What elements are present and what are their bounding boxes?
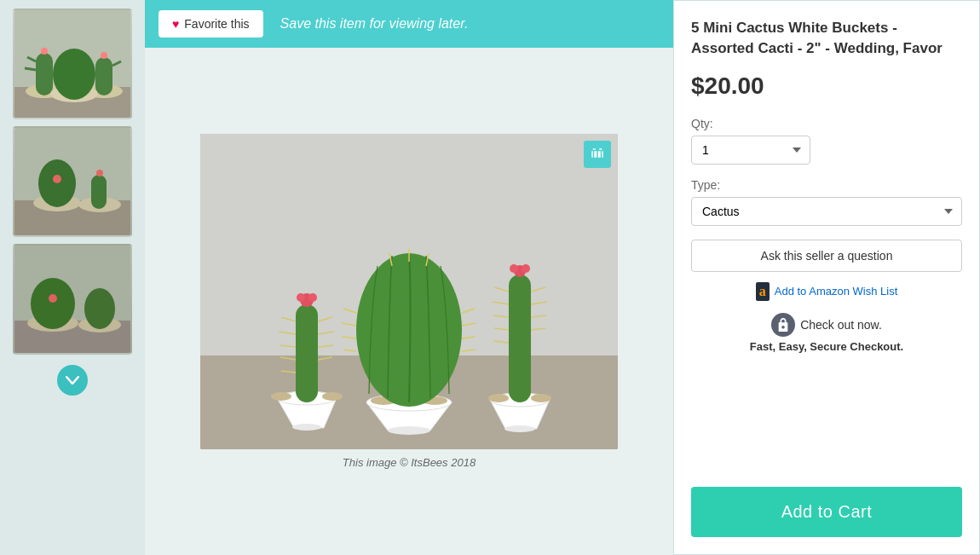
- svg-rect-35: [296, 304, 318, 402]
- binoculars-icon[interactable]: [584, 141, 611, 168]
- svg-rect-8: [95, 57, 112, 95]
- svg-point-79: [510, 264, 518, 273]
- favorite-label: Favorite this: [184, 17, 249, 31]
- svg-point-47: [308, 293, 317, 302]
- scroll-down-button[interactable]: [57, 365, 88, 396]
- svg-point-49: [388, 426, 430, 435]
- favorite-banner: ♥ Favorite this Save this item for viewi…: [145, 0, 673, 48]
- qty-select[interactable]: 12345678910: [691, 136, 810, 165]
- lock-badge-icon: [771, 313, 795, 337]
- secure-checkout-row: Check out now.: [771, 313, 882, 337]
- amazon-wishlist-link[interactable]: a Add to Amazon Wish List: [691, 282, 962, 301]
- svg-rect-18: [91, 175, 107, 209]
- svg-point-27: [49, 294, 57, 303]
- svg-point-34: [322, 392, 343, 401]
- svg-point-6: [41, 48, 48, 55]
- thumbnail-1[interactable]: [13, 9, 132, 119]
- thumbnail-3[interactable]: [13, 244, 132, 355]
- svg-point-10: [101, 52, 107, 59]
- svg-point-67: [531, 394, 551, 402]
- image-caption: This image © ItsBees 2018: [343, 456, 476, 469]
- ask-seller-button[interactable]: Ask this seller a question: [691, 240, 962, 272]
- thumbnail-2[interactable]: [13, 126, 132, 237]
- secure-checkout-section: Check out now. Fast, Easy, Secure Checko…: [691, 313, 962, 353]
- product-price: $20.00: [691, 72, 962, 100]
- add-to-cart-button[interactable]: Add to Cart: [691, 487, 962, 537]
- svg-line-5: [25, 68, 36, 70]
- svg-point-24: [31, 278, 75, 329]
- type-group: Type: CactusSucculent: [691, 178, 962, 226]
- type-label: Type:: [691, 178, 962, 192]
- svg-point-33: [271, 392, 291, 401]
- amazon-logo-icon: a: [756, 282, 770, 301]
- qty-group: Qty: 12345678910: [691, 117, 962, 165]
- svg-point-46: [297, 293, 305, 302]
- svg-point-19: [53, 175, 61, 183]
- svg-point-65: [504, 425, 535, 432]
- svg-point-80: [522, 264, 530, 273]
- type-select[interactable]: CactusSucculent: [691, 197, 962, 226]
- main-content-area: ♥ Favorite this Save this item for viewi…: [145, 0, 673, 555]
- svg-point-20: [96, 170, 103, 176]
- checkout-sub: Fast, Easy, Secure Checkout.: [750, 340, 903, 353]
- svg-point-32: [292, 424, 321, 431]
- favorite-button[interactable]: ♥ Favorite this: [159, 10, 263, 38]
- svg-point-66: [488, 394, 509, 402]
- qty-label: Qty:: [691, 117, 962, 130]
- checkout-label: Check out now.: [800, 318, 882, 332]
- svg-point-12: [53, 49, 95, 100]
- product-title: 5 Mini Cactus White Buckets - Assorted C…: [691, 18, 962, 59]
- right-panel: 5 Mini Cactus White Buckets - Assorted C…: [673, 0, 980, 555]
- svg-rect-68: [509, 275, 531, 402]
- main-image: [200, 134, 618, 449]
- svg-rect-3: [36, 53, 53, 95]
- heart-icon: ♥: [172, 17, 179, 31]
- amazon-label: Add to Amazon Wish List: [775, 285, 898, 298]
- thumbnail-panel: [0, 0, 145, 555]
- svg-point-26: [84, 288, 115, 329]
- image-area: This image © ItsBees 2018: [145, 48, 673, 555]
- save-text: Save this item for viewing later.: [280, 16, 469, 32]
